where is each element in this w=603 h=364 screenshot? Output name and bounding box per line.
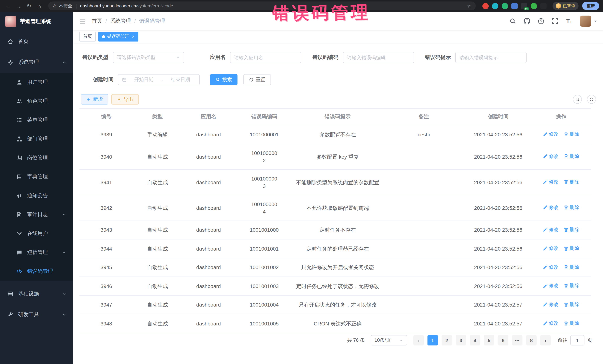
more-pages-button[interactable]: ••• <box>512 335 522 345</box>
refresh-table-button[interactable] <box>587 95 596 104</box>
error-hint-input[interactable] <box>455 52 527 63</box>
delete-link[interactable]: 删除 <box>564 301 579 308</box>
page-button-1[interactable]: 1 <box>428 335 438 345</box>
caret-down-icon[interactable] <box>593 19 598 23</box>
page-button-4[interactable]: 4 <box>470 335 480 345</box>
add-button[interactable]: 新增 <box>81 94 108 105</box>
browser-extension-icon[interactable] <box>502 3 508 9</box>
goto-page-input[interactable] <box>570 335 584 345</box>
edit-link[interactable]: 修改 <box>543 153 558 160</box>
sidebar-item-audit-log[interactable]: 审计日志 <box>0 205 73 224</box>
profile-chip[interactable]: 已暂停 <box>553 2 579 10</box>
cell-id: 3942 <box>79 195 133 221</box>
cell-created: 2021-04-20 23:52:56 <box>465 239 531 258</box>
app-logo[interactable]: 芋道管理系统 <box>0 12 73 31</box>
home-icon[interactable]: ⌂ <box>35 1 44 10</box>
edit-link-label: 修改 <box>549 282 558 289</box>
table-row: 3947自动生成dashboard1001001004只有开启状态的任务，才可以… <box>79 295 591 314</box>
cell-remark: ceshi <box>382 125 465 144</box>
forward-icon[interactable]: → <box>14 1 23 10</box>
delete-link[interactable]: 删除 <box>564 320 579 327</box>
edit-link[interactable]: 修改 <box>543 178 558 186</box>
sidebar-item-sms[interactable]: 短信管理 <box>0 243 73 262</box>
tab-error-code[interactable]: 错误码管理× <box>98 32 138 41</box>
bookmark-star-icon[interactable]: ☆ <box>467 3 471 9</box>
sidebar-item-dict[interactable]: 字典管理 <box>0 167 73 186</box>
update-button[interactable]: 更新 <box>582 2 599 10</box>
prev-page-button[interactable]: ‹ <box>413 335 424 345</box>
edit-link[interactable]: 修改 <box>543 131 558 138</box>
browser-extension-icon[interactable] <box>531 3 537 9</box>
sidebar-item-error-code[interactable]: 错误码管理 <box>0 262 73 281</box>
search-icon <box>216 77 220 82</box>
browser-extension-icon[interactable] <box>540 3 547 9</box>
reload-icon[interactable]: ↻ <box>24 1 33 10</box>
sidebar-item-notice[interactable]: 通知公告 <box>0 186 73 205</box>
cell-actions: 修改删除 <box>531 195 591 221</box>
sidebar-item-post[interactable]: 岗位管理 <box>0 148 73 167</box>
error-code-value: 1001001005 <box>250 321 279 327</box>
back-icon[interactable]: ← <box>4 1 13 10</box>
next-page-button[interactable]: › <box>540 335 551 345</box>
page-button-6[interactable]: 6 <box>498 335 508 345</box>
delete-link[interactable]: 删除 <box>564 131 579 138</box>
edit-link[interactable]: 修改 <box>543 226 558 233</box>
edit-link[interactable]: 修改 <box>543 320 558 327</box>
delete-link[interactable]: 删除 <box>564 204 579 211</box>
search-icon[interactable] <box>510 18 516 24</box>
delete-link[interactable]: 删除 <box>564 263 579 271</box>
reset-button[interactable]: 重置 <box>244 74 271 85</box>
delete-link[interactable]: 删除 <box>564 245 579 252</box>
browser-extension-icon[interactable]: on <box>521 3 527 9</box>
help-icon[interactable] <box>538 18 544 24</box>
sidebar-item-menu[interactable]: 菜单管理 <box>0 110 73 129</box>
edit-link[interactable]: 修改 <box>543 204 558 211</box>
sidebar-item-home[interactable]: 首页 <box>0 31 73 52</box>
browser-extension-icon[interactable] <box>492 3 498 9</box>
page-button-3[interactable]: 3 <box>456 335 466 345</box>
delete-link[interactable]: 删除 <box>564 153 579 160</box>
delete-link[interactable]: 删除 <box>564 282 579 289</box>
breadcrumb-item[interactable]: 首页 <box>92 18 102 24</box>
tab-home[interactable]: 首页 <box>79 32 96 41</box>
edit-link[interactable]: 修改 <box>543 245 558 252</box>
tab-label: 错误码管理 <box>107 33 129 40</box>
delete-link[interactable]: 删除 <box>564 226 579 233</box>
page-size-select[interactable]: 10条/页 <box>371 335 407 345</box>
fullscreen-icon[interactable] <box>552 18 558 24</box>
error-type-select[interactable]: 请选择错误码类型 <box>113 52 184 63</box>
address-bar[interactable]: ⚠ 不安全 dashboard.yudao.iocoder.cn/system/… <box>48 1 476 10</box>
breadcrumb-separator: / <box>134 18 136 24</box>
page-button-8[interactable]: 8 <box>526 335 537 345</box>
edit-link[interactable]: 修改 <box>543 282 558 289</box>
sidebar-item-system[interactable]: 系统管理 <box>0 52 73 73</box>
date-range-picker[interactable]: 开始日期 - 结束日期 <box>118 74 200 85</box>
refresh-icon <box>249 77 254 82</box>
browser-extension-icon[interactable] <box>482 3 489 9</box>
toggle-search-button[interactable] <box>573 95 582 104</box>
hamburger-icon[interactable] <box>79 18 86 24</box>
export-button[interactable]: 导出 <box>111 94 139 105</box>
error-code-input[interactable] <box>343 52 414 63</box>
sidebar-item-dept[interactable]: 部门管理 <box>0 129 73 148</box>
close-icon[interactable]: × <box>132 34 135 39</box>
pagination: 共 76 条 10条/页 ‹ 123456•••8 › 前往 页 <box>347 335 592 346</box>
delete-link[interactable]: 删除 <box>564 178 579 186</box>
sidebar-item-role[interactable]: 角色管理 <box>0 92 73 110</box>
search-button[interactable]: 搜索 <box>210 74 237 85</box>
page-button-5[interactable]: 5 <box>484 335 494 345</box>
sidebar-item-infra[interactable]: 基础设施 <box>0 284 73 304</box>
tab-active-dot <box>102 35 105 38</box>
edit-link[interactable]: 修改 <box>543 301 558 308</box>
sidebar-item-online-user[interactable]: 在线用户 <box>0 224 73 243</box>
sidebar-item-devtools[interactable]: 研发工具 <box>0 304 73 325</box>
browser-extension-icon[interactable] <box>511 3 518 9</box>
breadcrumb-item[interactable]: 系统管理 <box>110 18 131 24</box>
edit-link[interactable]: 修改 <box>543 263 558 271</box>
user-avatar[interactable] <box>580 16 591 27</box>
page-button-2[interactable]: 2 <box>441 335 452 345</box>
font-size-icon[interactable]: TT <box>566 18 573 24</box>
sidebar-item-user[interactable]: 用户管理 <box>0 73 73 92</box>
github-icon[interactable] <box>524 18 530 24</box>
app-name-input[interactable] <box>230 52 301 63</box>
